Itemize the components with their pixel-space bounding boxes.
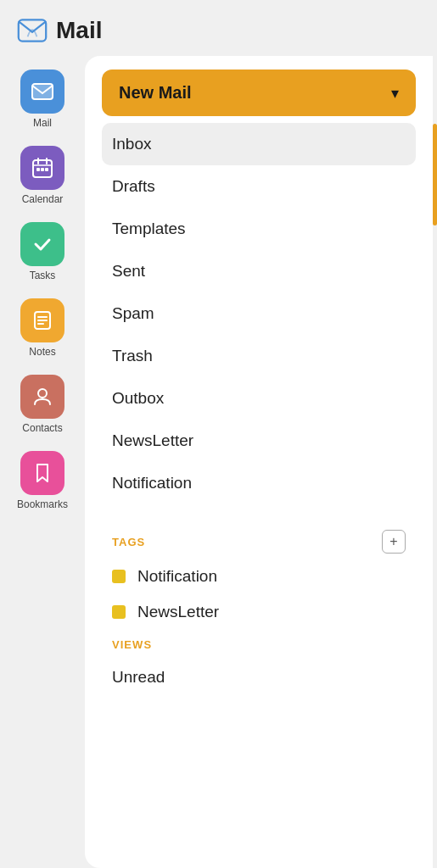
new-mail-label: New Mail <box>119 83 192 103</box>
svg-rect-9 <box>45 168 48 171</box>
view-item-unread[interactable]: Unread <box>102 656 416 698</box>
folder-item-trash[interactable]: Trash <box>102 335 416 377</box>
content-area: New Mail ▾ Inbox Drafts Templates Sent S… <box>85 56 433 868</box>
sidebar-label-contacts: Contacts <box>22 422 62 434</box>
app-title: Mail <box>56 17 102 44</box>
tag-item-notification[interactable]: Notification <box>102 559 416 594</box>
new-mail-button[interactable]: New Mail ▾ <box>102 70 416 116</box>
sidebar-label-mail: Mail <box>33 117 52 129</box>
views-title: VIEWS <box>112 638 152 651</box>
sidebar-label-bookmarks: Bookmarks <box>17 498 68 510</box>
sidebar-item-bookmarks[interactable]: Bookmarks <box>4 444 81 517</box>
app-header: Mail <box>0 0 437 56</box>
folder-item-outbox[interactable]: Outbox <box>102 377 416 420</box>
svg-rect-1 <box>32 84 53 99</box>
folder-list: Inbox Drafts Templates Sent Spam Trash O… <box>102 123 416 504</box>
tag-dot-newsletter <box>112 605 126 619</box>
sidebar-label-calendar: Calendar <box>22 193 64 205</box>
folder-item-newsletter[interactable]: NewsLetter <box>102 420 416 462</box>
views-section-header: VIEWS <box>102 630 416 656</box>
tasks-icon <box>20 222 64 266</box>
folder-item-inbox[interactable]: Inbox <box>102 123 416 165</box>
sidebar-item-contacts[interactable]: Contacts <box>4 368 81 441</box>
folder-item-spam[interactable]: Spam <box>102 292 416 335</box>
svg-rect-7 <box>36 168 40 171</box>
sidebar-item-tasks[interactable]: Tasks <box>4 215 81 288</box>
views-list: Unread <box>102 656 416 698</box>
sidebar-item-notes[interactable]: Notes <box>4 292 81 364</box>
svg-point-14 <box>38 389 47 398</box>
right-scrollbar <box>433 56 437 868</box>
contacts-icon <box>20 375 64 419</box>
folder-item-notification[interactable]: Notification <box>102 462 416 504</box>
folder-item-templates[interactable]: Templates <box>102 208 416 250</box>
tag-dot-notification <box>112 570 126 583</box>
sidebar: Mail Calendar Tasks Notes Contacts <box>0 56 85 868</box>
main-layout: Mail Calendar Tasks Notes Contacts <box>0 56 437 868</box>
svg-rect-8 <box>41 168 44 171</box>
tags-section-header: TAGS + <box>102 521 416 559</box>
bookmarks-icon <box>20 451 64 495</box>
folder-item-drafts[interactable]: Drafts <box>102 165 416 208</box>
sidebar-item-calendar[interactable]: Calendar <box>4 139 81 212</box>
sidebar-label-notes: Notes <box>29 346 55 358</box>
tag-item-newsletter[interactable]: NewsLetter <box>102 594 416 630</box>
tags-title: TAGS <box>112 536 145 548</box>
mail-icon <box>20 70 64 114</box>
notes-icon <box>20 298 64 342</box>
new-mail-chevron-icon: ▾ <box>391 84 399 103</box>
calendar-icon <box>20 146 64 190</box>
sidebar-label-tasks: Tasks <box>30 270 56 281</box>
mail-app-header-icon <box>17 15 48 46</box>
tags-add-button[interactable]: + <box>382 530 406 554</box>
folder-item-sent[interactable]: Sent <box>102 250 416 292</box>
sidebar-item-mail[interactable]: Mail <box>4 63 81 136</box>
scrollbar-thumb[interactable] <box>433 124 437 225</box>
